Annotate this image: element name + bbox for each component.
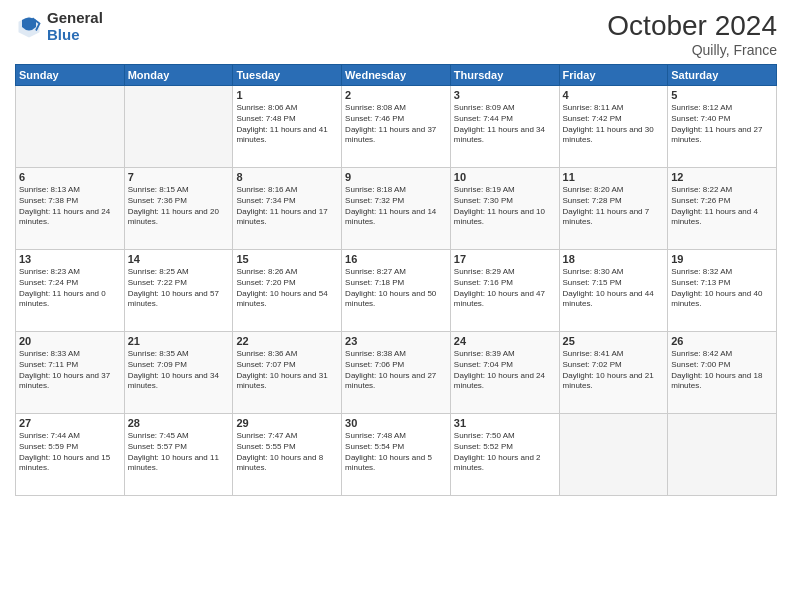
weekday-header-row: SundayMondayTuesdayWednesdayThursdayFrid… <box>16 65 777 86</box>
day-number: 11 <box>563 171 665 183</box>
day-info: Sunrise: 8:36 AMSunset: 7:07 PMDaylight:… <box>236 349 338 392</box>
day-cell: 4Sunrise: 8:11 AMSunset: 7:42 PMDaylight… <box>559 86 668 168</box>
day-cell: 6Sunrise: 8:13 AMSunset: 7:38 PMDaylight… <box>16 168 125 250</box>
day-info: Sunrise: 8:22 AMSunset: 7:26 PMDaylight:… <box>671 185 773 228</box>
day-info: Sunrise: 8:42 AMSunset: 7:00 PMDaylight:… <box>671 349 773 392</box>
day-number: 6 <box>19 171 121 183</box>
day-number: 7 <box>128 171 230 183</box>
header: General Blue October 2024 Quilly, France <box>15 10 777 58</box>
day-info: Sunrise: 8:29 AMSunset: 7:16 PMDaylight:… <box>454 267 556 310</box>
day-number: 20 <box>19 335 121 347</box>
weekday-header-thursday: Thursday <box>450 65 559 86</box>
day-number: 4 <box>563 89 665 101</box>
day-info: Sunrise: 8:09 AMSunset: 7:44 PMDaylight:… <box>454 103 556 146</box>
day-number: 28 <box>128 417 230 429</box>
day-info: Sunrise: 7:47 AMSunset: 5:55 PMDaylight:… <box>236 431 338 474</box>
day-info: Sunrise: 8:08 AMSunset: 7:46 PMDaylight:… <box>345 103 447 146</box>
day-cell: 27Sunrise: 7:44 AMSunset: 5:59 PMDayligh… <box>16 414 125 496</box>
day-number: 27 <box>19 417 121 429</box>
day-cell: 13Sunrise: 8:23 AMSunset: 7:24 PMDayligh… <box>16 250 125 332</box>
day-number: 16 <box>345 253 447 265</box>
location: Quilly, France <box>607 42 777 58</box>
day-cell: 8Sunrise: 8:16 AMSunset: 7:34 PMDaylight… <box>233 168 342 250</box>
day-info: Sunrise: 8:12 AMSunset: 7:40 PMDaylight:… <box>671 103 773 146</box>
day-number: 29 <box>236 417 338 429</box>
day-info: Sunrise: 7:44 AMSunset: 5:59 PMDaylight:… <box>19 431 121 474</box>
day-number: 10 <box>454 171 556 183</box>
day-number: 2 <box>345 89 447 101</box>
logo-text: General Blue <box>47 10 103 43</box>
day-number: 14 <box>128 253 230 265</box>
day-number: 12 <box>671 171 773 183</box>
day-cell: 1Sunrise: 8:06 AMSunset: 7:48 PMDaylight… <box>233 86 342 168</box>
day-info: Sunrise: 8:15 AMSunset: 7:36 PMDaylight:… <box>128 185 230 228</box>
day-cell: 3Sunrise: 8:09 AMSunset: 7:44 PMDaylight… <box>450 86 559 168</box>
day-number: 21 <box>128 335 230 347</box>
day-cell: 9Sunrise: 8:18 AMSunset: 7:32 PMDaylight… <box>342 168 451 250</box>
day-number: 19 <box>671 253 773 265</box>
day-info: Sunrise: 8:06 AMSunset: 7:48 PMDaylight:… <box>236 103 338 146</box>
weekday-header-saturday: Saturday <box>668 65 777 86</box>
weekday-header-sunday: Sunday <box>16 65 125 86</box>
day-number: 1 <box>236 89 338 101</box>
day-number: 15 <box>236 253 338 265</box>
day-number: 8 <box>236 171 338 183</box>
day-info: Sunrise: 8:16 AMSunset: 7:34 PMDaylight:… <box>236 185 338 228</box>
weekday-header-tuesday: Tuesday <box>233 65 342 86</box>
day-info: Sunrise: 7:50 AMSunset: 5:52 PMDaylight:… <box>454 431 556 474</box>
day-info: Sunrise: 8:20 AMSunset: 7:28 PMDaylight:… <box>563 185 665 228</box>
weekday-header-monday: Monday <box>124 65 233 86</box>
day-number: 31 <box>454 417 556 429</box>
day-number: 9 <box>345 171 447 183</box>
day-cell: 10Sunrise: 8:19 AMSunset: 7:30 PMDayligh… <box>450 168 559 250</box>
day-info: Sunrise: 8:11 AMSunset: 7:42 PMDaylight:… <box>563 103 665 146</box>
day-number: 24 <box>454 335 556 347</box>
logo: General Blue <box>15 10 103 43</box>
day-cell: 29Sunrise: 7:47 AMSunset: 5:55 PMDayligh… <box>233 414 342 496</box>
week-row-5: 27Sunrise: 7:44 AMSunset: 5:59 PMDayligh… <box>16 414 777 496</box>
day-cell <box>668 414 777 496</box>
day-info: Sunrise: 8:26 AMSunset: 7:20 PMDaylight:… <box>236 267 338 310</box>
day-info: Sunrise: 8:41 AMSunset: 7:02 PMDaylight:… <box>563 349 665 392</box>
day-info: Sunrise: 7:48 AMSunset: 5:54 PMDaylight:… <box>345 431 447 474</box>
day-cell: 26Sunrise: 8:42 AMSunset: 7:00 PMDayligh… <box>668 332 777 414</box>
day-number: 26 <box>671 335 773 347</box>
day-cell: 5Sunrise: 8:12 AMSunset: 7:40 PMDaylight… <box>668 86 777 168</box>
day-info: Sunrise: 8:18 AMSunset: 7:32 PMDaylight:… <box>345 185 447 228</box>
day-info: Sunrise: 8:30 AMSunset: 7:15 PMDaylight:… <box>563 267 665 310</box>
week-row-3: 13Sunrise: 8:23 AMSunset: 7:24 PMDayligh… <box>16 250 777 332</box>
day-info: Sunrise: 8:35 AMSunset: 7:09 PMDaylight:… <box>128 349 230 392</box>
week-row-2: 6Sunrise: 8:13 AMSunset: 7:38 PMDaylight… <box>16 168 777 250</box>
day-cell: 18Sunrise: 8:30 AMSunset: 7:15 PMDayligh… <box>559 250 668 332</box>
logo-general: General <box>47 10 103 27</box>
day-cell <box>559 414 668 496</box>
day-cell: 30Sunrise: 7:48 AMSunset: 5:54 PMDayligh… <box>342 414 451 496</box>
day-cell: 25Sunrise: 8:41 AMSunset: 7:02 PMDayligh… <box>559 332 668 414</box>
day-cell: 11Sunrise: 8:20 AMSunset: 7:28 PMDayligh… <box>559 168 668 250</box>
day-number: 25 <box>563 335 665 347</box>
day-info: Sunrise: 8:39 AMSunset: 7:04 PMDaylight:… <box>454 349 556 392</box>
day-cell: 20Sunrise: 8:33 AMSunset: 7:11 PMDayligh… <box>16 332 125 414</box>
week-row-1: 1Sunrise: 8:06 AMSunset: 7:48 PMDaylight… <box>16 86 777 168</box>
day-cell: 7Sunrise: 8:15 AMSunset: 7:36 PMDaylight… <box>124 168 233 250</box>
day-info: Sunrise: 8:23 AMSunset: 7:24 PMDaylight:… <box>19 267 121 310</box>
day-cell: 2Sunrise: 8:08 AMSunset: 7:46 PMDaylight… <box>342 86 451 168</box>
title-block: October 2024 Quilly, France <box>607 10 777 58</box>
weekday-header-wednesday: Wednesday <box>342 65 451 86</box>
page: General Blue October 2024 Quilly, France… <box>0 0 792 612</box>
calendar: SundayMondayTuesdayWednesdayThursdayFrid… <box>15 64 777 496</box>
logo-blue: Blue <box>47 27 103 44</box>
day-number: 23 <box>345 335 447 347</box>
day-cell: 14Sunrise: 8:25 AMSunset: 7:22 PMDayligh… <box>124 250 233 332</box>
day-cell: 12Sunrise: 8:22 AMSunset: 7:26 PMDayligh… <box>668 168 777 250</box>
logo-icon <box>15 13 43 41</box>
day-number: 18 <box>563 253 665 265</box>
day-cell: 31Sunrise: 7:50 AMSunset: 5:52 PMDayligh… <box>450 414 559 496</box>
day-number: 30 <box>345 417 447 429</box>
day-cell: 21Sunrise: 8:35 AMSunset: 7:09 PMDayligh… <box>124 332 233 414</box>
day-cell <box>124 86 233 168</box>
day-cell: 15Sunrise: 8:26 AMSunset: 7:20 PMDayligh… <box>233 250 342 332</box>
month-title: October 2024 <box>607 10 777 42</box>
weekday-header-friday: Friday <box>559 65 668 86</box>
day-info: Sunrise: 8:33 AMSunset: 7:11 PMDaylight:… <box>19 349 121 392</box>
